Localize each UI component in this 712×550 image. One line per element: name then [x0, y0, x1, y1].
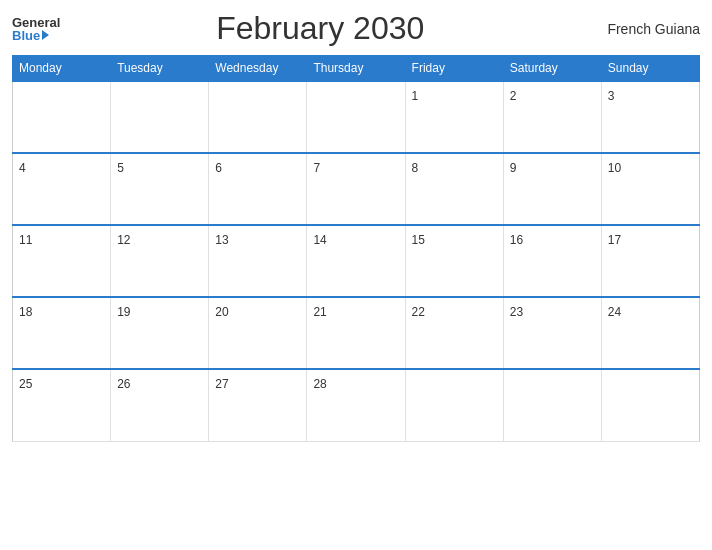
day-number: 14: [313, 233, 326, 247]
region-label: French Guiana: [580, 21, 700, 37]
day-number: 4: [19, 161, 26, 175]
calendar-day-cell: 12: [111, 225, 209, 297]
day-number: 3: [608, 89, 615, 103]
day-number: 10: [608, 161, 621, 175]
header-thursday: Thursday: [307, 56, 405, 82]
header-friday: Friday: [405, 56, 503, 82]
day-number: 19: [117, 305, 130, 319]
day-number: 27: [215, 377, 228, 391]
calendar-day-cell: 10: [601, 153, 699, 225]
calendar-header: General Blue February 2030 French Guiana: [12, 10, 700, 47]
header-tuesday: Tuesday: [111, 56, 209, 82]
header-wednesday: Wednesday: [209, 56, 307, 82]
day-number: 28: [313, 377, 326, 391]
day-number: 9: [510, 161, 517, 175]
calendar-day-cell: 5: [111, 153, 209, 225]
calendar-day-cell: [307, 81, 405, 153]
calendar-day-cell: [405, 369, 503, 441]
calendar-table: Monday Tuesday Wednesday Thursday Friday…: [12, 55, 700, 442]
day-number: 21: [313, 305, 326, 319]
calendar-day-cell: 26: [111, 369, 209, 441]
calendar-day-cell: 11: [13, 225, 111, 297]
logo-general-text: General: [12, 16, 60, 29]
calendar-day-cell: [503, 369, 601, 441]
day-number: 11: [19, 233, 32, 247]
day-number: 6: [215, 161, 222, 175]
calendar-day-cell: 4: [13, 153, 111, 225]
day-number: 23: [510, 305, 523, 319]
header-sunday: Sunday: [601, 56, 699, 82]
day-number: 26: [117, 377, 130, 391]
calendar-week-row: 11121314151617: [13, 225, 700, 297]
day-number: 18: [19, 305, 32, 319]
calendar-day-cell: 25: [13, 369, 111, 441]
calendar-day-cell: 15: [405, 225, 503, 297]
day-number: 12: [117, 233, 130, 247]
calendar-wrapper: General Blue February 2030 French Guiana…: [0, 0, 712, 550]
calendar-day-cell: [209, 81, 307, 153]
day-number: 7: [313, 161, 320, 175]
day-number: 25: [19, 377, 32, 391]
calendar-day-cell: 17: [601, 225, 699, 297]
calendar-week-row: 123: [13, 81, 700, 153]
day-number: 8: [412, 161, 419, 175]
calendar-day-cell: 14: [307, 225, 405, 297]
day-number: 15: [412, 233, 425, 247]
day-number: 20: [215, 305, 228, 319]
calendar-week-row: 25262728: [13, 369, 700, 441]
calendar-day-cell: 13: [209, 225, 307, 297]
calendar-day-cell: 8: [405, 153, 503, 225]
calendar-day-cell: 3: [601, 81, 699, 153]
calendar-day-cell: [601, 369, 699, 441]
calendar-day-cell: 22: [405, 297, 503, 369]
calendar-day-cell: 7: [307, 153, 405, 225]
calendar-day-cell: 2: [503, 81, 601, 153]
header-saturday: Saturday: [503, 56, 601, 82]
month-title: February 2030: [60, 10, 580, 47]
calendar-day-cell: 28: [307, 369, 405, 441]
calendar-day-cell: 24: [601, 297, 699, 369]
day-number: 24: [608, 305, 621, 319]
day-number: 17: [608, 233, 621, 247]
logo-blue-text: Blue: [12, 29, 49, 42]
day-number: 16: [510, 233, 523, 247]
day-number: 2: [510, 89, 517, 103]
calendar-day-cell: [13, 81, 111, 153]
calendar-day-cell: 20: [209, 297, 307, 369]
calendar-day-cell: 23: [503, 297, 601, 369]
day-number: 13: [215, 233, 228, 247]
logo: General Blue: [12, 16, 60, 42]
day-number: 1: [412, 89, 419, 103]
header-monday: Monday: [13, 56, 111, 82]
calendar-day-cell: 18: [13, 297, 111, 369]
calendar-day-cell: 6: [209, 153, 307, 225]
calendar-week-row: 18192021222324: [13, 297, 700, 369]
weekday-header-row: Monday Tuesday Wednesday Thursday Friday…: [13, 56, 700, 82]
calendar-day-cell: 19: [111, 297, 209, 369]
calendar-day-cell: 1: [405, 81, 503, 153]
calendar-week-row: 45678910: [13, 153, 700, 225]
day-number: 5: [117, 161, 124, 175]
calendar-day-cell: 21: [307, 297, 405, 369]
calendar-day-cell: 27: [209, 369, 307, 441]
day-number: 22: [412, 305, 425, 319]
calendar-day-cell: 16: [503, 225, 601, 297]
logo-triangle-icon: [42, 30, 49, 40]
calendar-day-cell: 9: [503, 153, 601, 225]
calendar-day-cell: [111, 81, 209, 153]
